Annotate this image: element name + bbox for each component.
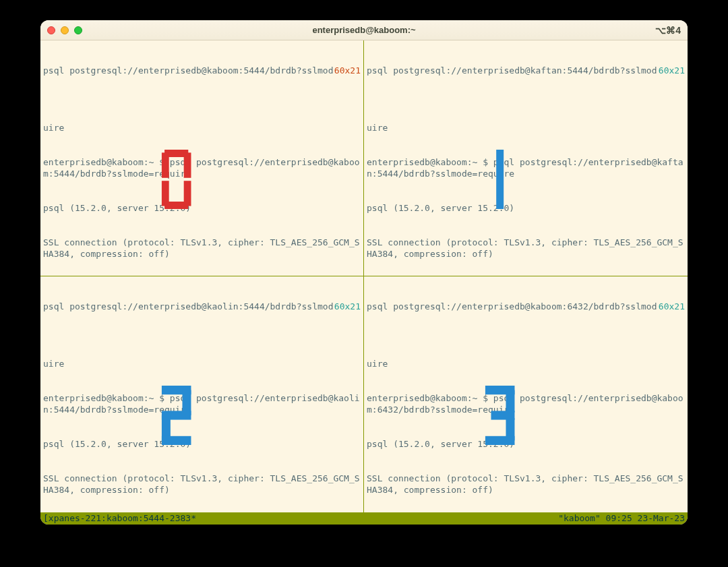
zoom-icon[interactable] — [74, 26, 82, 34]
close-icon[interactable] — [47, 26, 55, 34]
tmux-statusbar: [xpanes-221:kaboom:5444-2383* "kaboom" 0… — [40, 512, 688, 525]
pane-3[interactable]: psql postgresql://enterprisedb@kaboom:64… — [364, 276, 688, 512]
pane-dims: 60x21 — [659, 301, 685, 312]
ssl-line: SSL connection (protocol: TLSv1.3, ciphe… — [43, 237, 361, 260]
pane-dims: 60x21 — [659, 65, 685, 76]
titlebar: enterprisedb@kaboom:~ ⌥⌘4 — [40, 20, 688, 40]
terminal-window: enterprisedb@kaboom:~ ⌥⌘4 psql postgresq… — [40, 20, 688, 525]
svg-rect-5 — [164, 202, 188, 209]
pane-header: psql postgresql://enterprisedb@kaboom:54… — [43, 65, 361, 76]
pane-dims: 60x21 — [334, 301, 361, 312]
tmux-grid: psql postgresql://enterprisedb@kaboom:54… — [40, 40, 688, 512]
pane-1[interactable]: psql postgresql://enterprisedb@kaftan:54… — [364, 40, 688, 276]
shortcut-label: ⌥⌘4 — [655, 25, 681, 36]
svg-rect-13 — [506, 390, 515, 413]
svg-rect-2 — [183, 152, 191, 177]
pane-2[interactable]: psql postgresql://enterprisedb@kaolin:54… — [40, 276, 364, 512]
pane-number-icon — [161, 363, 204, 468]
pane-header: psql postgresql://enterprisedb@kaftan:54… — [367, 65, 685, 76]
traffic-lights — [47, 26, 82, 34]
status-left: [xpanes-221:kaboom:5444-2383* — [43, 512, 196, 525]
window-title: enterprisedb@kaboom:~ — [312, 25, 415, 35]
pane-header-cmd: psql postgresql://enterprisedb@kaolin:54… — [43, 301, 334, 312]
ssl-line: SSL connection (protocol: TLSv1.3, ciphe… — [43, 473, 361, 496]
pane-number-icon — [485, 363, 528, 468]
pane-header-cmd: psql postgresql://enterprisedb@kaftan:54… — [367, 65, 659, 76]
svg-rect-6 — [496, 150, 504, 209]
pane-number-icon — [161, 127, 204, 232]
status-right: "kaboom" 09:25 23-Mar-23 — [558, 512, 685, 525]
svg-rect-11 — [161, 436, 191, 445]
pane-number-icon — [485, 127, 528, 232]
pane-0[interactable]: psql postgresql://enterprisedb@kaboom:54… — [40, 40, 364, 276]
ssl-line: SSL connection (protocol: TLSv1.3, ciphe… — [367, 237, 685, 260]
pane-header: psql postgresql://enterprisedb@kaboom:64… — [367, 301, 685, 312]
svg-rect-16 — [485, 436, 515, 445]
ssl-line: SSL connection (protocol: TLSv1.3, ciphe… — [367, 473, 685, 496]
minimize-icon[interactable] — [61, 26, 69, 34]
svg-rect-1 — [161, 152, 169, 177]
pane-header-cmd: psql postgresql://enterprisedb@kaboom:54… — [43, 65, 334, 76]
pane-header: psql postgresql://enterprisedb@kaolin:54… — [43, 301, 361, 312]
pane-header-cmd: psql postgresql://enterprisedb@kaboom:64… — [367, 301, 659, 312]
pane-dims: 60x21 — [334, 65, 361, 76]
